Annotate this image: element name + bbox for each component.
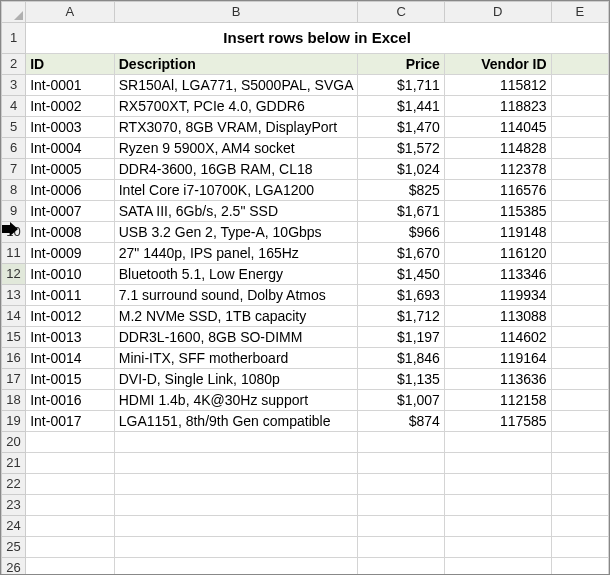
cell-vendor[interactable]: 114602 [444,327,551,348]
row-header[interactable]: 17 [2,369,26,390]
empty-cell[interactable] [551,453,608,474]
cell-id[interactable]: Int-0012 [26,306,115,327]
cell-price[interactable]: $1,450 [358,264,445,285]
cell-vendor[interactable]: 118823 [444,96,551,117]
column-header-C[interactable]: C [358,2,445,23]
cell-price[interactable]: $966 [358,222,445,243]
row-header[interactable]: 8 [2,180,26,201]
cell-id[interactable]: Int-0016 [26,390,115,411]
column-header-E[interactable]: E [551,2,608,23]
select-all-corner[interactable] [2,2,26,23]
cell-vendor[interactable]: 116120 [444,243,551,264]
cell-vendor[interactable]: 113636 [444,369,551,390]
row-header[interactable]: 23 [2,495,26,516]
empty-cell[interactable] [551,432,608,453]
empty-cell[interactable] [358,495,445,516]
row-header[interactable]: 18 [2,390,26,411]
cell-vendor[interactable]: 115385 [444,201,551,222]
empty-cell[interactable] [114,516,358,537]
cell-id[interactable]: Int-0013 [26,327,115,348]
cell-vendor[interactable]: 114045 [444,117,551,138]
empty-cell[interactable] [444,495,551,516]
row-header[interactable]: 7 [2,159,26,180]
column-header-A[interactable]: A [26,2,115,23]
cell-description[interactable]: RX5700XT, PCIe 4.0, GDDR6 [114,96,358,117]
empty-cell[interactable] [444,474,551,495]
empty-cell[interactable] [444,537,551,558]
cell-empty[interactable] [551,369,608,390]
empty-cell[interactable] [26,453,115,474]
cell-vendor[interactable]: 115812 [444,75,551,96]
cell-price[interactable]: $1,572 [358,138,445,159]
cell-description[interactable]: DDR3L-1600, 8GB SO-DIMM [114,327,358,348]
empty-cell[interactable] [551,474,608,495]
empty-cell[interactable] [26,516,115,537]
cell-price[interactable]: $1,693 [358,285,445,306]
cell-vendor[interactable]: 113088 [444,306,551,327]
cell-id[interactable]: Int-0007 [26,201,115,222]
cell-empty[interactable] [551,243,608,264]
cell-id[interactable]: Int-0001 [26,75,115,96]
header-vendor[interactable]: Vendor ID [444,54,551,75]
spreadsheet-grid[interactable]: A B C D E 1Insert rows below in Excel2ID… [1,1,609,575]
sheet-title[interactable]: Insert rows below in Excel [26,23,609,54]
cell-id[interactable]: Int-0003 [26,117,115,138]
cell-empty[interactable] [551,264,608,285]
row-header[interactable]: 6 [2,138,26,159]
cell-empty[interactable] [551,96,608,117]
empty-cell[interactable] [114,432,358,453]
cell-price[interactable]: $1,024 [358,159,445,180]
empty-cell[interactable] [26,495,115,516]
cell-description[interactable]: Ryzen 9 5900X, AM4 socket [114,138,358,159]
row-header[interactable]: 13 [2,285,26,306]
cell-empty[interactable] [551,180,608,201]
cell-price[interactable]: $1,197 [358,327,445,348]
cell-empty[interactable] [551,285,608,306]
empty-cell[interactable] [358,432,445,453]
column-header-D[interactable]: D [444,2,551,23]
cell-vendor[interactable]: 113346 [444,264,551,285]
empty-cell[interactable] [26,537,115,558]
cell-empty[interactable] [551,411,608,432]
cell-empty[interactable] [551,306,608,327]
cell-description[interactable]: M.2 NVMe SSD, 1TB capacity [114,306,358,327]
header-id[interactable]: ID [26,54,115,75]
empty-cell[interactable] [114,558,358,576]
row-header[interactable]: 21 [2,453,26,474]
empty-cell[interactable] [444,516,551,537]
cell-description[interactable]: DDR4-3600, 16GB RAM, CL18 [114,159,358,180]
empty-cell[interactable] [551,537,608,558]
cell-price[interactable]: $1,470 [358,117,445,138]
empty-cell[interactable] [26,432,115,453]
row-header[interactable]: 5 [2,117,26,138]
cell-description[interactable]: SATA III, 6Gb/s, 2.5" SSD [114,201,358,222]
empty-cell[interactable] [444,558,551,576]
row-header[interactable]: 4 [2,96,26,117]
cell-description[interactable]: LGA1151, 8th/9th Gen compatible [114,411,358,432]
row-header[interactable]: 24 [2,516,26,537]
cell-price[interactable]: $1,671 [358,201,445,222]
cell-vendor[interactable]: 119148 [444,222,551,243]
cell-id[interactable]: Int-0011 [26,285,115,306]
empty-cell[interactable] [358,453,445,474]
cell-id[interactable]: Int-0015 [26,369,115,390]
cell-empty[interactable] [551,201,608,222]
row-header[interactable]: 20 [2,432,26,453]
cell-price[interactable]: $1,670 [358,243,445,264]
cell-id[interactable]: Int-0002 [26,96,115,117]
empty-cell[interactable] [358,516,445,537]
cell-price[interactable]: $1,441 [358,96,445,117]
cell-vendor[interactable]: 112378 [444,159,551,180]
cell-description[interactable]: 27" 1440p, IPS panel, 165Hz [114,243,358,264]
row-header[interactable]: 11 [2,243,26,264]
header-empty[interactable] [551,54,608,75]
empty-cell[interactable] [551,495,608,516]
empty-cell[interactable] [114,474,358,495]
cell-id[interactable]: Int-0006 [26,180,115,201]
cell-empty[interactable] [551,117,608,138]
cell-price[interactable]: $825 [358,180,445,201]
row-header[interactable]: 15 [2,327,26,348]
row-header[interactable]: 26 [2,558,26,576]
row-header[interactable]: 2 [2,54,26,75]
cell-id[interactable]: Int-0014 [26,348,115,369]
